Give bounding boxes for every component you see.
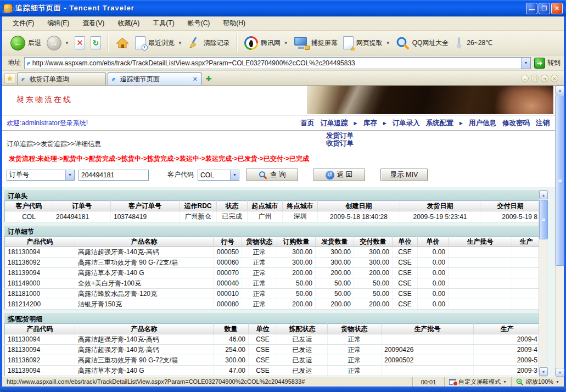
cell: COL	[5, 211, 53, 222]
banner-photo	[307, 86, 553, 114]
browser-toolbar: ← 后退 → ▼ ✕ ↻ 最近浏览 ▼	[2, 31, 564, 55]
return-button[interactable]: ↺ 返 回	[313, 169, 365, 181]
forward-button[interactable]: → ▼	[44, 35, 72, 52]
favorites-button[interactable]: ★	[4, 73, 15, 84]
nav-order-entry[interactable]: 订单录入	[393, 119, 420, 128]
scrollbar-thumb[interactable]	[556, 96, 564, 266]
menu-file[interactable]: 文件(F)	[7, 17, 40, 30]
tab-close-icon[interactable]: ✕	[193, 76, 198, 83]
order-field-select[interactable]: 订单号 ▼	[7, 170, 75, 181]
tab-label: 追踪细节页面	[120, 75, 190, 84]
address-dropdown-button[interactable]: ▼	[521, 58, 530, 69]
qq-sites-button[interactable]: QQ网址大全	[393, 35, 452, 51]
table-row: 181139094高露洁草本牙膏-140 G000070正常200.00200.…	[5, 268, 541, 278]
page-scrollbar[interactable]: ▲ ▼	[555, 86, 564, 377]
cell: CSE	[393, 289, 418, 299]
back-button[interactable]: ← 后退	[8, 35, 44, 52]
scroll-up-icon[interactable]: ▲	[539, 191, 548, 199]
minimize-button[interactable]: —	[526, 3, 537, 14]
restore-layout-button[interactable]: ❐	[531, 75, 539, 82]
column-header: 交付日期	[480, 201, 541, 211]
chevron-down-icon: ▼	[65, 41, 69, 46]
close-button[interactable]: ✕	[551, 3, 563, 14]
customer-code-select[interactable]: COL ▼	[198, 170, 239, 181]
cell: 正常	[242, 268, 277, 278]
history-icon	[135, 36, 145, 49]
scroll-down-icon[interactable]: ▼	[556, 368, 564, 377]
menu-view[interactable]: 查看(V)	[76, 17, 110, 30]
menu-favorites[interactable]: 收藏(A)	[111, 17, 145, 30]
cell: 50.00	[316, 289, 354, 299]
collapse-toolbar-button[interactable]: ⌄	[521, 75, 529, 82]
go-button[interactable]: ➜ 转到	[534, 58, 561, 69]
clear-history-button[interactable]: 清除记录	[185, 35, 233, 51]
query-button[interactable]: 查 询	[246, 169, 298, 181]
menu-tools[interactable]: 工具(T)	[147, 17, 180, 30]
tab-track-detail[interactable]: e 追踪细节页面 ✕	[108, 72, 202, 85]
column-header: 货物状态	[242, 237, 277, 247]
tab-receive-order-query[interactable]: e 收货订单查询	[17, 72, 106, 85]
address-input[interactable]: e http://www.aspxam.com/ebs/track/TrackD…	[24, 57, 531, 69]
zoom-control[interactable]: 缩放100% ▼	[511, 377, 564, 387]
cell: 深圳	[283, 211, 318, 222]
cell	[512, 278, 541, 289]
maximize-button[interactable]: ❐	[539, 3, 550, 14]
qq-icon	[244, 36, 258, 50]
window-bottom-border	[0, 387, 566, 392]
order-header-section: 订单头 客户代码订单号客户订单号运作RDC状态起点城市终点城市创建日期发货日期交…	[4, 187, 540, 222]
app-logo-icon	[3, 4, 13, 13]
nav-row: 欢迎:administrator登录系统! 首页 订单追踪 ▶ 库存 ▶ 订单录…	[2, 116, 555, 131]
scroll-up-icon[interactable]: ▲	[556, 86, 564, 94]
nav-change-password[interactable]: 修改密码	[502, 119, 530, 128]
scrollbar-thumb[interactable]	[539, 200, 548, 239]
cell	[382, 334, 474, 345]
cell: 正常	[242, 278, 277, 289]
cell: 正常	[328, 334, 382, 345]
inner-scrollbar[interactable]: ▲ ▼	[539, 190, 547, 377]
web-page: 昶东物流在线 欢迎:administrator登录系统! 首页 订单追踪 ▶ 库…	[2, 86, 555, 377]
stop-button[interactable]: ✕	[72, 35, 88, 51]
cell: 高露洁超强牙膏-140克-高钙	[75, 334, 214, 345]
cell: 0.00	[418, 268, 449, 278]
cell: 2009-3	[474, 366, 541, 376]
block-mode-control[interactable]: 自定义屏蔽模式 ▼	[444, 377, 511, 387]
subnav-receiving-orders[interactable]: 收货订单	[326, 139, 354, 147]
return-label: 返 回	[337, 170, 352, 180]
home-button[interactable]	[113, 35, 132, 51]
home-icon	[115, 36, 130, 49]
zoom-label: 缩放100%	[526, 378, 553, 386]
nav-inventory[interactable]: 库存	[363, 119, 377, 128]
capture-screen-button[interactable]: 捕捉屏幕	[291, 36, 340, 51]
menu-help[interactable]: 帮助(H)	[217, 17, 251, 30]
cell: 46.00	[214, 334, 249, 345]
column-header: 订购数量	[277, 237, 316, 247]
address-url: http://www.aspxam.com/ebs/track/TrackDet…	[32, 59, 521, 67]
nav-order-tracking[interactable]: 订单追踪	[321, 119, 348, 128]
nav-logout[interactable]: 注销	[536, 119, 550, 128]
scroll-down-icon[interactable]: ▼	[539, 367, 548, 376]
cell: 2009-5	[474, 355, 541, 366]
tencent-site-button[interactable]: 腾讯网 ▼	[242, 35, 291, 51]
nav-system-config[interactable]: 系统配置	[426, 119, 453, 128]
cell: 20090502	[382, 355, 474, 366]
table-row: 181136092高露洁三重功效牙膏 90 G-72支/箱300.00CSE已发…	[5, 355, 541, 366]
nav-home[interactable]: 首页	[301, 119, 315, 128]
nav-user-info[interactable]: 用户信息	[469, 119, 496, 128]
new-tab-button[interactable]: ✚	[204, 74, 214, 83]
menu-edit[interactable]: 编辑(E)	[41, 17, 75, 30]
tab-nav-button[interactable]: ➔	[541, 75, 548, 82]
subnav-shipping-orders[interactable]: 发货订单	[326, 132, 354, 139]
submenu-row: 发货订单 收货订单 订单追踪>>发货追踪>>详细信息	[2, 131, 555, 150]
table-header-row: 产品代码产品名称行号货物状态订购数量发货数量交付数量单位单价生产批号生产	[5, 237, 541, 247]
page-extract-button[interactable]: ★ 网页提取 ▼	[340, 35, 393, 51]
cell: 洁银牙膏150克	[75, 299, 214, 310]
menu-account[interactable]: 帐号(C)	[182, 17, 216, 30]
show-miv-button[interactable]: 显示 MIV	[380, 169, 428, 181]
address-label: 地址	[8, 58, 21, 68]
cell: 正常	[242, 289, 277, 299]
order-detail-section-title: 订单细节	[4, 226, 540, 236]
recent-history-button[interactable]: 最近浏览 ▼	[132, 35, 185, 51]
refresh-button[interactable]: ↻	[88, 35, 104, 51]
close-tabs-button[interactable]: ✕	[551, 75, 558, 82]
order-number-input[interactable]	[79, 170, 149, 181]
